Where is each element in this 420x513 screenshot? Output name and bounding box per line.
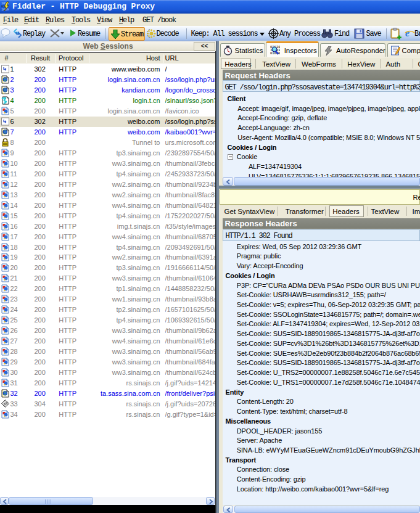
svg-text:e: e	[405, 28, 410, 38]
